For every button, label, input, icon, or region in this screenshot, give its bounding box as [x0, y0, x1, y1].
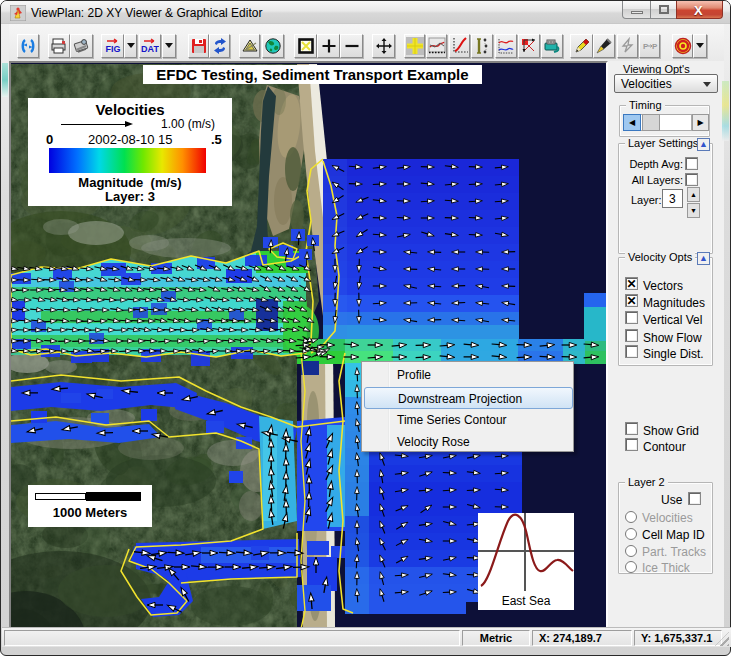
svg-text:FIG: FIG: [105, 44, 120, 54]
svg-text:DAT: DAT: [141, 44, 159, 54]
svg-text:P: P: [652, 42, 658, 51]
